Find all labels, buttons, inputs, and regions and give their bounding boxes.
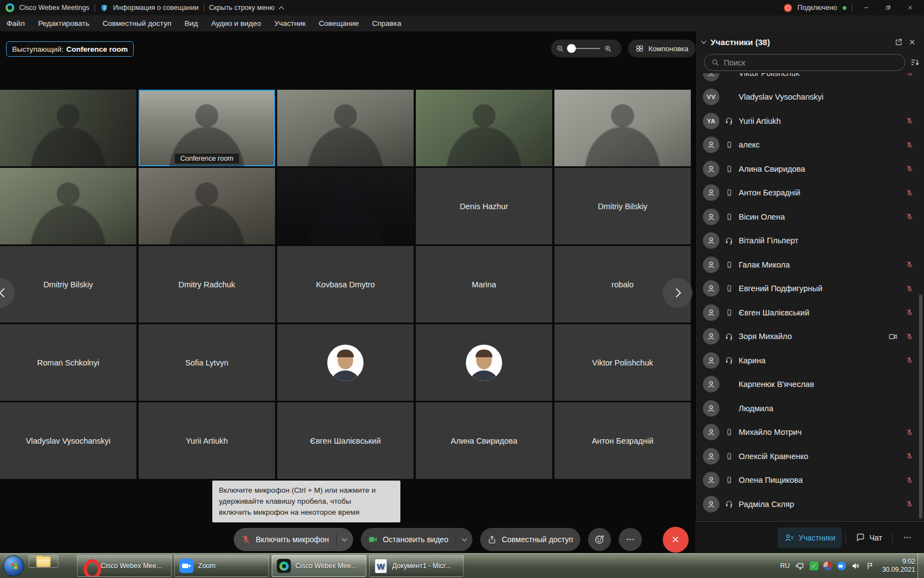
show-desktop-button[interactable] xyxy=(917,553,924,578)
zoom-tray-icon[interactable] xyxy=(837,561,846,570)
audio-options-dropdown[interactable] xyxy=(337,528,353,551)
participant-row[interactable]: Евгений Подфигурный xyxy=(696,277,924,301)
search-input[interactable] xyxy=(724,58,898,67)
participant-row[interactable]: Олексій Кравченко xyxy=(696,444,924,468)
zoom-in-icon[interactable] xyxy=(604,45,612,53)
video-tile[interactable] xyxy=(277,324,414,401)
taskbar-app-button[interactable]: Документ1 - Micr... xyxy=(369,555,464,577)
more-options-button[interactable] xyxy=(619,528,642,551)
participants-toggle-button[interactable]: Участники xyxy=(778,527,842,548)
minimize-button[interactable] xyxy=(858,2,875,14)
file-explorer-button[interactable] xyxy=(29,555,58,568)
scrollbar-thumb[interactable] xyxy=(919,295,922,519)
participant-row[interactable]: Радміла Скляр xyxy=(696,492,924,516)
video-tile[interactable] xyxy=(416,90,552,166)
antivirus-tray-icon[interactable]: ✓ xyxy=(810,561,818,570)
participant-row[interactable]: VV Vladyslav Vysochanskyi xyxy=(696,85,924,110)
participant-row[interactable]: Антон Безрадній xyxy=(696,181,924,205)
menu-item[interactable]: Файл xyxy=(7,19,25,28)
video-tile[interactable]: Алина Свиридова xyxy=(416,402,552,479)
video-tile[interactable] xyxy=(0,90,136,166)
menu-item[interactable]: Редактировать xyxy=(38,19,89,28)
share-button[interactable]: Совместный доступ xyxy=(480,528,580,551)
video-tile[interactable] xyxy=(139,168,275,244)
device-icon-slot xyxy=(724,309,734,317)
close-button[interactable] xyxy=(902,2,919,14)
utility-tray-icon[interactable] xyxy=(823,561,832,570)
start-button[interactable] xyxy=(3,555,24,576)
video-tile[interactable]: Dmitry Radchuk xyxy=(139,246,275,323)
video-tile[interactable]: Roman Schkolnyi xyxy=(0,324,136,401)
menu-item[interactable]: Совместный доступ xyxy=(102,19,171,28)
participant-name: Михайло Мотрич xyxy=(739,428,881,437)
leave-meeting-button[interactable] xyxy=(663,527,689,553)
video-tile[interactable] xyxy=(0,168,136,244)
participant-row[interactable]: Viktor Polishchuk xyxy=(696,73,924,85)
video-tile[interactable]: Denis Hazhur xyxy=(416,168,552,244)
participant-row[interactable]: Зоря Михайло xyxy=(696,325,924,349)
pop-out-panel-icon[interactable] xyxy=(894,37,903,46)
hide-menu-button[interactable]: Скрыть строку меню xyxy=(209,4,274,12)
video-tile[interactable]: Sofia Lytvyn xyxy=(139,324,275,401)
participant-row[interactable]: Людмила xyxy=(696,396,924,421)
keyboard-language-indicator[interactable]: RU xyxy=(780,562,790,570)
speaker-name: Conference room xyxy=(66,45,128,53)
menu-item[interactable]: Участник xyxy=(274,19,306,28)
close-panel-icon[interactable] xyxy=(908,38,916,46)
video-tile[interactable] xyxy=(416,324,552,401)
participant-row[interactable]: Віталій Гільперт xyxy=(696,229,924,253)
participant-row[interactable]: Михайло Мотрич xyxy=(696,421,924,445)
participant-row[interactable]: Карпенюк В'ячеслав xyxy=(696,373,924,397)
speaker-icon[interactable] xyxy=(851,561,861,571)
video-tile[interactable]: Kovbasa Dmytro xyxy=(277,246,414,323)
taskbar-app-button[interactable]: Cisco Webex Mee... xyxy=(272,555,366,577)
participant-row[interactable]: Карина xyxy=(696,348,924,373)
network-icon[interactable] xyxy=(795,561,805,571)
video-tile[interactable] xyxy=(554,90,691,166)
reactions-button[interactable] xyxy=(588,528,611,551)
zoom-slider-knob[interactable] xyxy=(567,44,576,53)
divider xyxy=(95,4,95,12)
video-tile[interactable]: Dmitriy Bilskiy xyxy=(0,246,136,323)
participant-avatar xyxy=(703,161,719,177)
taskbar-app-button[interactable]: Zoom xyxy=(174,555,269,577)
menu-item[interactable]: Справка xyxy=(372,19,401,28)
meeting-info-link[interactable]: Информация о совещании xyxy=(113,4,199,12)
layout-button[interactable]: Компоновка xyxy=(628,40,696,57)
layout-button-label: Компоновка xyxy=(648,45,689,53)
video-tile[interactable] xyxy=(277,90,414,166)
zoom-slider[interactable] xyxy=(568,48,600,49)
next-page-arrow[interactable] xyxy=(663,278,692,308)
taskbar-app-button[interactable]: Cisco Webex Mee... xyxy=(77,555,172,577)
video-tile[interactable]: Yurii Artiukh xyxy=(139,402,275,479)
chat-toggle-button[interactable]: Чат xyxy=(849,527,889,548)
flag-icon[interactable] xyxy=(866,561,875,570)
more-panels-button[interactable] xyxy=(896,527,919,548)
video-tile[interactable] xyxy=(277,168,414,244)
zoom-out-icon[interactable] xyxy=(556,45,564,53)
taskbar-clock[interactable]: 9:02 30.09.2021 xyxy=(882,558,915,574)
stop-video-button-main[interactable]: Остановить видео xyxy=(361,528,455,551)
participant-row[interactable]: Олена Пищикова xyxy=(696,468,924,493)
sort-icon[interactable] xyxy=(910,57,920,68)
menu-item[interactable]: Совещание xyxy=(319,19,359,28)
video-tile[interactable]: Marina xyxy=(416,246,552,323)
participant-row[interactable]: YA Yurii Artiukh xyxy=(696,109,924,133)
participant-row[interactable]: Вісин Олена xyxy=(696,205,924,229)
video-tile[interactable]: Viktor Polishchuk xyxy=(554,324,691,401)
video-tile[interactable]: Conference room xyxy=(139,90,275,166)
participant-row[interactable]: Алина Свиридова xyxy=(696,157,924,181)
menu-item[interactable]: Аудио и видео xyxy=(211,19,261,28)
video-tile[interactable]: Євген Шалієвський xyxy=(277,402,414,479)
restore-button[interactable] xyxy=(880,2,897,14)
video-tile[interactable]: Антон Безрадній xyxy=(554,402,691,479)
participant-row[interactable]: Євген Шалієвський xyxy=(696,301,924,325)
video-options-dropdown[interactable] xyxy=(456,528,472,551)
video-tile[interactable]: Vladyslav Vysochanskyi xyxy=(0,402,136,479)
participant-row[interactable]: Галак Микола xyxy=(696,253,924,277)
participant-row[interactable]: алекс xyxy=(696,133,924,157)
unmute-button-main[interactable]: Включить микрофон xyxy=(234,528,336,551)
menu-item[interactable]: Вид xyxy=(184,19,197,28)
chevron-down-icon[interactable] xyxy=(701,39,707,44)
video-tile[interactable]: Dmitriy Bilskiy xyxy=(554,168,691,244)
